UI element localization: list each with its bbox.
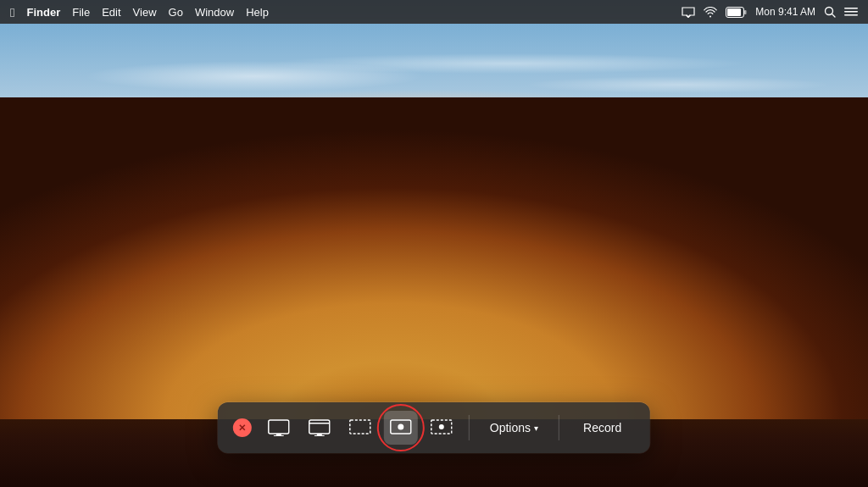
svg-rect-2 (744, 10, 747, 14)
menu-view[interactable]: View (133, 6, 157, 19)
record-label: Record (583, 421, 621, 434)
svg-point-17 (398, 424, 403, 430)
options-button[interactable]: Options ▾ (480, 416, 548, 440)
toolbar-divider (469, 415, 470, 440)
menu-window[interactable]: Window (195, 6, 234, 19)
svg-line-4 (832, 14, 836, 18)
close-toolbar-button[interactable]: ✕ (233, 418, 252, 437)
apple-menu[interactable]:  (10, 5, 14, 19)
svg-rect-14 (314, 435, 325, 436)
menu-finder[interactable]: Finder (26, 6, 60, 19)
svg-rect-5 (844, 8, 858, 9)
wifi-icon[interactable] (704, 7, 717, 18)
spotlight-icon[interactable] (824, 6, 836, 18)
airplay-icon[interactable] (682, 6, 695, 18)
close-icon: ✕ (238, 423, 246, 434)
screenshot-toolbar: ✕ (218, 402, 650, 453)
record-selection-button[interactable] (425, 411, 459, 445)
svg-rect-10 (274, 435, 284, 436)
menu-help[interactable]: Help (246, 6, 269, 19)
svg-rect-7 (844, 14, 858, 16)
menubar:  Finder File Edit View Go Window Help (0, 0, 868, 24)
svg-rect-1 (727, 8, 741, 16)
battery-icon[interactable] (726, 7, 747, 18)
clock[interactable]: Mon 9:41 AM (755, 6, 815, 18)
options-chevron-icon: ▾ (534, 423, 538, 433)
menu-go[interactable]: Go (169, 6, 183, 19)
options-label: Options (490, 421, 531, 434)
record-entire-screen-button[interactable] (384, 411, 418, 445)
svg-rect-6 (844, 11, 858, 13)
capture-selection-button[interactable] (343, 411, 377, 445)
menu-file[interactable]: File (72, 6, 90, 19)
toolbar-divider-2 (559, 415, 559, 440)
svg-rect-11 (309, 420, 330, 434)
svg-rect-12 (309, 423, 330, 424)
notification-center-icon[interactable] (844, 6, 858, 18)
menu-edit[interactable]: Edit (102, 6, 120, 19)
svg-rect-13 (317, 434, 322, 435)
capture-window-button[interactable] (303, 411, 337, 445)
dune-main (0, 97, 868, 419)
svg-rect-9 (276, 434, 281, 435)
svg-rect-15 (350, 420, 370, 434)
capture-entire-screen-button[interactable] (262, 411, 296, 445)
record-button[interactable]: Record (570, 416, 635, 440)
svg-point-19 (439, 424, 444, 429)
svg-rect-8 (269, 420, 289, 434)
